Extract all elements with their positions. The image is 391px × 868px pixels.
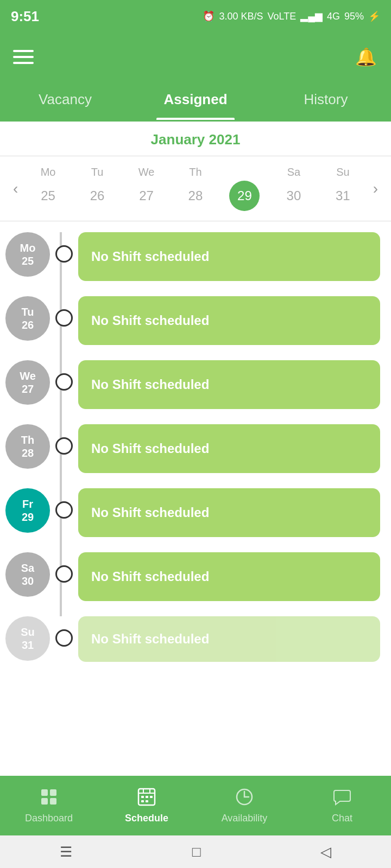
svg-rect-8 xyxy=(141,796,144,798)
alarm-icon: ⏰ xyxy=(203,10,215,22)
signal-bars: ▂▄▆ xyxy=(300,10,323,22)
day-fr[interactable]: Fr 29 xyxy=(229,166,260,211)
svg-rect-12 xyxy=(146,800,148,802)
tab-assigned[interactable]: Assigned xyxy=(130,81,261,120)
network-type: 4G xyxy=(327,11,340,22)
chat-icon xyxy=(332,787,352,809)
nav-chat[interactable]: Chat xyxy=(293,787,391,824)
nav-dashboard-label: Dashboard xyxy=(25,813,73,824)
timeline-row: Mo 25 No Shift scheduled xyxy=(5,232,380,281)
data-speed: 3.00 KB/S xyxy=(219,11,263,22)
signal-icon: VoLTE xyxy=(267,11,296,22)
timeline-content: Mo 25 No Shift scheduled Tu 26 No Shift … xyxy=(0,221,391,775)
timeline-row: Tu 26 No Shift scheduled xyxy=(5,296,380,345)
svg-rect-2 xyxy=(41,798,48,805)
day-sa[interactable]: Sa 30 xyxy=(279,166,309,211)
timeline-row: Th 28 No Shift scheduled xyxy=(5,424,380,473)
week-days: Mo 25 Tu 26 We 27 Th 28 Fr 29 Sa 30 Su 3… xyxy=(23,166,367,211)
notification-bell[interactable]: 🔔 xyxy=(354,45,378,69)
shift-card-we27[interactable]: No Shift scheduled xyxy=(78,360,380,409)
timeline-row: We 27 No Shift scheduled xyxy=(5,360,380,409)
shift-card-mo25[interactable]: No Shift scheduled xyxy=(78,232,380,281)
status-time: 9:51 xyxy=(11,8,39,25)
day-circle-we27[interactable]: We 27 xyxy=(5,360,50,405)
schedule-icon xyxy=(137,787,156,809)
status-icons: ⏰ 3.00 KB/S VoLTE ▂▄▆ 4G 95% ⚡ xyxy=(203,10,380,22)
system-nav: ☰ □ ◁ xyxy=(0,835,391,868)
sys-back-button[interactable]: ◁ xyxy=(320,844,331,860)
prev-week-button[interactable]: ‹ xyxy=(8,180,23,197)
day-mo[interactable]: Mo 25 xyxy=(33,166,64,211)
nav-availability-label: Availability xyxy=(222,813,268,824)
nav-chat-label: Chat xyxy=(332,813,352,824)
day-tu[interactable]: Tu 26 xyxy=(82,166,112,211)
timeline-row: Su 31 No Shift scheduled xyxy=(5,616,380,662)
shift-card-sa30[interactable]: No Shift scheduled xyxy=(78,552,380,601)
bottom-nav: Dashboard Schedule Availability xyxy=(0,776,391,835)
availability-icon xyxy=(235,787,254,809)
status-bar: 9:51 ⏰ 3.00 KB/S VoLTE ▂▄▆ 4G 95% ⚡ xyxy=(0,0,391,33)
next-week-button[interactable]: › xyxy=(368,180,383,197)
day-circle-fr29[interactable]: Fr 29 xyxy=(5,488,50,533)
timeline-dot-we27 xyxy=(55,373,73,391)
day-circle-sa30[interactable]: Sa 30 xyxy=(5,552,50,597)
nav-schedule-label: Schedule xyxy=(125,813,168,824)
sys-menu-button[interactable]: ☰ xyxy=(60,844,72,860)
day-circle-su31[interactable]: Su 31 xyxy=(5,616,50,661)
tab-history[interactable]: History xyxy=(261,81,391,120)
timeline-row: Fr 29 No Shift scheduled xyxy=(5,488,380,537)
timeline-row: Sa 30 No Shift scheduled xyxy=(5,552,380,601)
shift-card-fr29[interactable]: No Shift scheduled xyxy=(78,488,380,537)
timeline-dot-tu26 xyxy=(55,309,73,327)
svg-rect-1 xyxy=(50,789,56,796)
nav-availability[interactable]: Availability xyxy=(195,787,293,824)
nav-schedule[interactable]: Schedule xyxy=(98,787,195,824)
day-we[interactable]: We 27 xyxy=(131,166,162,211)
tab-vacancy[interactable]: Vacancy xyxy=(0,81,130,120)
month-header: January 2021 xyxy=(0,122,391,156)
battery-icon: 95% xyxy=(344,11,364,22)
svg-rect-0 xyxy=(41,789,48,796)
day-th[interactable]: Th 28 xyxy=(180,166,211,211)
timeline-dot-su31 xyxy=(55,629,73,647)
timeline-dot-sa30 xyxy=(55,565,73,583)
timeline-dot-fr29 xyxy=(55,501,73,519)
app-header: 🔔 xyxy=(0,33,391,81)
day-circle-th28[interactable]: Th 28 xyxy=(5,424,50,469)
day-circle-tu26[interactable]: Tu 26 xyxy=(5,296,50,341)
svg-rect-11 xyxy=(141,800,144,802)
svg-rect-10 xyxy=(150,796,153,798)
timeline-dot-th28 xyxy=(55,437,73,455)
nav-dashboard[interactable]: Dashboard xyxy=(0,787,98,824)
day-circle-mo25[interactable]: Mo 25 xyxy=(5,232,50,277)
svg-rect-3 xyxy=(50,798,56,805)
shift-card-tu26[interactable]: No Shift scheduled xyxy=(78,296,380,345)
sys-home-button[interactable]: □ xyxy=(192,844,201,860)
timeline-dot-mo25 xyxy=(55,245,73,263)
svg-rect-9 xyxy=(146,796,148,798)
menu-button[interactable] xyxy=(13,50,34,64)
day-su[interactable]: Su 31 xyxy=(327,166,358,211)
week-nav: ‹ Mo 25 Tu 26 We 27 Th 28 Fr 29 Sa 30 Su… xyxy=(0,156,391,221)
charging-icon: ⚡ xyxy=(368,10,380,22)
shift-card-su31[interactable]: No Shift scheduled xyxy=(78,616,380,662)
dashboard-icon xyxy=(39,787,59,809)
shift-card-th28[interactable]: No Shift scheduled xyxy=(78,424,380,473)
tab-bar: Vacancy Assigned History xyxy=(0,81,391,122)
